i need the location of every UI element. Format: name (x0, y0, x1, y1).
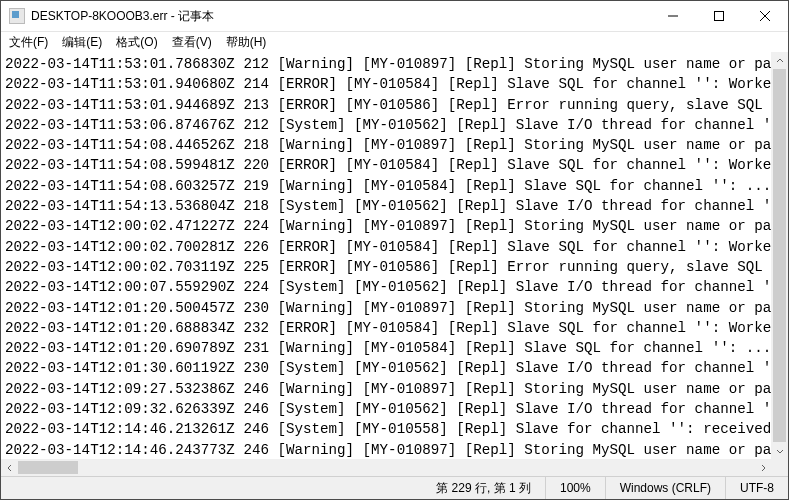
status-encoding: UTF-8 (725, 477, 788, 499)
scroll-corner (771, 459, 788, 476)
window-title: DESKTOP-8KOOOB3.err - 记事本 (31, 8, 650, 25)
log-line: 2022-03-14T12:14:46.213261Z 246 [System]… (5, 419, 767, 439)
vertical-scrollbar[interactable] (771, 52, 788, 459)
svg-rect-0 (715, 12, 724, 21)
window-controls (650, 1, 788, 31)
status-cursor: 第 229 行, 第 1 列 (422, 477, 545, 499)
horizontal-scroll-thumb[interactable] (18, 461, 78, 474)
status-zoom: 100% (545, 477, 605, 499)
horizontal-scrollbar[interactable] (1, 459, 771, 476)
editor-area: 2022-03-14T11:53:01.786830Z 212 [Warning… (1, 52, 788, 476)
log-line: 2022-03-14T12:00:02.703119Z 225 [ERROR] … (5, 257, 767, 277)
log-line: 2022-03-14T12:14:46.243773Z 246 [Warning… (5, 440, 767, 459)
log-line: 2022-03-14T12:01:20.500457Z 230 [Warning… (5, 298, 767, 318)
scroll-up-button[interactable] (771, 52, 788, 69)
chevron-right-icon (759, 464, 767, 472)
vertical-scroll-thumb[interactable] (773, 69, 786, 442)
log-line: 2022-03-14T12:01:20.688834Z 232 [ERROR] … (5, 318, 767, 338)
maximize-icon (714, 11, 724, 21)
log-line: 2022-03-14T12:01:30.601192Z 230 [System]… (5, 358, 767, 378)
log-line: 2022-03-14T12:00:02.700281Z 226 [ERROR] … (5, 237, 767, 257)
log-line: 2022-03-14T12:09:32.626339Z 246 [System]… (5, 399, 767, 419)
log-line: 2022-03-14T11:54:08.603257Z 219 [Warning… (5, 176, 767, 196)
menu-edit[interactable]: 编辑(E) (56, 33, 108, 52)
menu-format[interactable]: 格式(O) (110, 33, 163, 52)
scroll-left-button[interactable] (1, 459, 18, 476)
vertical-scroll-track[interactable] (771, 69, 788, 442)
minimize-icon (668, 11, 678, 21)
log-line: 2022-03-14T11:53:06.874676Z 212 [System]… (5, 115, 767, 135)
log-line: 2022-03-14T11:54:08.446526Z 218 [Warning… (5, 135, 767, 155)
log-line: 2022-03-14T11:53:01.940680Z 214 [ERROR] … (5, 74, 767, 94)
menubar: 文件(F) 编辑(E) 格式(O) 查看(V) 帮助(H) (1, 32, 788, 52)
titlebar[interactable]: DESKTOP-8KOOOB3.err - 记事本 (1, 1, 788, 32)
horizontal-scroll-track[interactable] (18, 459, 754, 476)
log-line: 2022-03-14T11:54:08.599481Z 220 [ERROR] … (5, 155, 767, 175)
chevron-left-icon (6, 464, 14, 472)
menu-help[interactable]: 帮助(H) (220, 33, 273, 52)
log-line: 2022-03-14T12:09:27.532386Z 246 [Warning… (5, 379, 767, 399)
log-line: 2022-03-14T11:53:01.944689Z 213 [ERROR] … (5, 95, 767, 115)
menu-view[interactable]: 查看(V) (166, 33, 218, 52)
status-line-ending: Windows (CRLF) (605, 477, 725, 499)
log-line: 2022-03-14T12:00:02.471227Z 224 [Warning… (5, 216, 767, 236)
scroll-down-button[interactable] (771, 442, 788, 459)
notepad-icon (9, 8, 25, 24)
notepad-window: DESKTOP-8KOOOB3.err - 记事本 文件(F) 编辑(E) 格式… (0, 0, 789, 500)
log-line: 2022-03-14T12:01:20.690789Z 231 [Warning… (5, 338, 767, 358)
minimize-button[interactable] (650, 1, 696, 31)
menu-file[interactable]: 文件(F) (3, 33, 54, 52)
maximize-button[interactable] (696, 1, 742, 31)
chevron-down-icon (776, 447, 784, 455)
log-line: 2022-03-14T11:54:13.536804Z 218 [System]… (5, 196, 767, 216)
close-icon (760, 11, 770, 21)
chevron-up-icon (776, 57, 784, 65)
statusbar: 第 229 行, 第 1 列 100% Windows (CRLF) UTF-8 (1, 476, 788, 499)
close-button[interactable] (742, 1, 788, 31)
text-content[interactable]: 2022-03-14T11:53:01.786830Z 212 [Warning… (1, 52, 771, 459)
log-line: 2022-03-14T12:00:07.559290Z 224 [System]… (5, 277, 767, 297)
scroll-right-button[interactable] (754, 459, 771, 476)
log-line: 2022-03-14T11:53:01.786830Z 212 [Warning… (5, 54, 767, 74)
